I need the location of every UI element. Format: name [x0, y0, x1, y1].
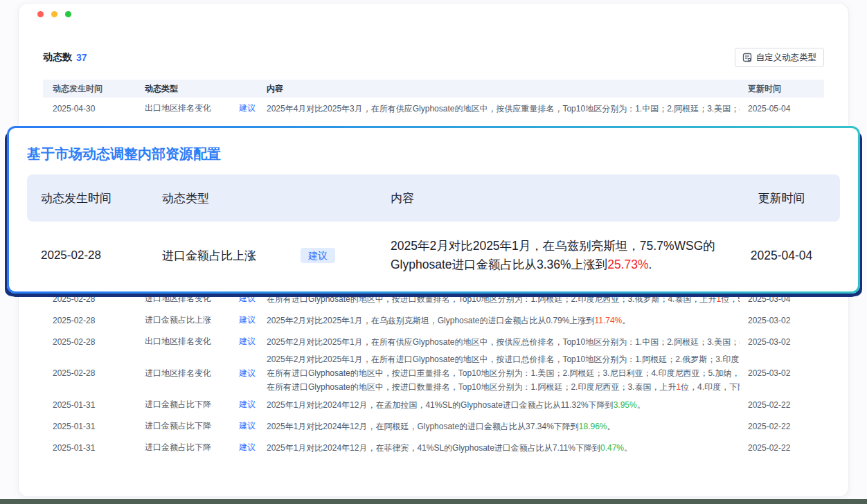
suggestion-badge: 建议: [239, 102, 256, 114]
content-text: 2025年2月对比2025年1月，在乌兹别亮斯坦，75.7%WSG的Glypho…: [391, 239, 715, 271]
content-text: 。: [624, 443, 632, 453]
content-text: 2025年2月对比2025年1月，在乌兹别克斯坦，Glyphosate的进口金额…: [267, 316, 594, 325]
row-type: 进口地区排名变化: [145, 293, 211, 305]
highlight-card-title: 基于市场动态调整内部资源配置: [27, 145, 840, 163]
row-updated: 2025-03-04: [748, 294, 814, 304]
content-line: 在所有进口Glyphosate的地区中，按进口重量排名，Top10地区分别为：1…: [267, 366, 740, 380]
minimize-window-button[interactable]: [51, 11, 57, 17]
row-updated: 2025-02-22: [748, 422, 814, 431]
footer-strip: [0, 499, 867, 504]
highlight-column-updated: 更新时间: [737, 190, 826, 206]
row-type: 出口地区排名变化: [145, 102, 211, 114]
table-row[interactable]: 2025-04-30出口地区排名变化建议2025年4月对比2025年3月，在所有…: [43, 98, 824, 119]
table-row[interactable]: 2025-01-31进口金额占比下降建议2025年1月对比2024年12月，在孟…: [43, 394, 824, 415]
toolbar: 动态数 37 自定义动态类型: [43, 47, 824, 68]
content-line: 在所有进口Glyphosate的地区中，按进口数量排名，Top10地区分别为：1…: [267, 380, 740, 394]
highlight-column-type: 动态类型: [162, 190, 391, 206]
table-row[interactable]: 2025-01-31进口金额占比下降建议2025年1月对比2024年12月，在阿…: [43, 415, 824, 437]
highlight-card: 基于市场动态调整内部资源配置 动态发生时间 动态类型 内容 更新时间 2025-…: [7, 126, 860, 294]
content-text: 2025年1月对比2024年12月，在阿根廷，Glyphosate的进口金额占比…: [267, 422, 579, 431]
content-line: 2025年1月对比2024年12月，在孟加拉国，41%SL的Glyphosate…: [267, 398, 740, 412]
row-date: 2025-02-28: [53, 316, 145, 325]
highlighted-value: 11.74%: [594, 316, 622, 325]
content-text: 位，5.印度，下降: [721, 294, 740, 304]
dynamics-count-value: 37: [76, 52, 87, 63]
highlight-row-date: 2025-02-28: [41, 249, 162, 262]
row-type: 进口金额占比下降: [145, 420, 211, 432]
content-text: 位，4.印度，下降: [681, 382, 740, 392]
row-type: 进口金额占比下降: [145, 399, 211, 411]
table-row[interactable]: 2025-02-28进口金额占比上涨建议2025年2月对比2025年1月，在乌兹…: [43, 309, 824, 331]
table-row[interactable]: 2025-02-28出口地区排名变化建议2025年2月对比2025年1月，在所有…: [43, 331, 824, 352]
maximize-window-button[interactable]: [65, 11, 71, 17]
highlighted-value: 25.73%: [607, 258, 648, 271]
highlight-row-updated: 2025-04-04: [737, 249, 826, 263]
content-text: 在所有进口Glyphosate的地区中，按进口数量排名，Top10地区分别为：1…: [267, 382, 676, 392]
row-type: 进口金额占比下降: [145, 442, 211, 453]
column-header-date: 动态发生时间: [53, 83, 145, 95]
content-text: 2025年4月对比2025年3月，在所有供应Glyphosate的地区中，按供应…: [267, 104, 740, 114]
content-text: 。: [622, 316, 630, 325]
row-updated: 2025-03-02: [748, 316, 814, 325]
content-text: 2025年1月对比2024年12月，在菲律宾，41%SL的Glyphosate进…: [267, 443, 600, 453]
suggestion-badge: 建议: [239, 399, 256, 411]
highlight-table-header: 动态发生时间 动态类型 内容 更新时间: [27, 174, 840, 222]
highlight-row-type: 进口金额占比上涨: [162, 248, 256, 264]
row-date: 2025-02-28: [53, 294, 145, 304]
row-type: 进口金额占比上涨: [145, 314, 211, 326]
column-header-type: 动态类型: [145, 83, 267, 95]
row-content: 2025年1月对比2024年12月，在孟加拉国，41%SL的Glyphosate…: [267, 398, 748, 412]
row-content: 2025年2月对比2025年1月，在所有进口Glyphosate的地区中，按进口…: [267, 352, 748, 394]
customize-button-label: 自定义动态类型: [756, 52, 817, 64]
suggestion-badge: 建议: [239, 442, 256, 453]
highlight-row-content: 2025年2月对比2025年1月，在乌兹别亮斯坦，75.7%WSG的Glypho…: [391, 237, 737, 274]
row-content: 2025年2月对比2025年1月，在乌兹别克斯坦，Glyphosate的进口金额…: [267, 314, 748, 327]
row-type: 出口地区排名变化: [145, 336, 211, 348]
suggestion-badge: 建议: [301, 248, 335, 263]
close-window-button[interactable]: [37, 11, 44, 17]
content-text: 。: [637, 400, 645, 410]
row-type: 进口地区排名变化: [145, 368, 211, 379]
row-content: 2025年1月对比2024年12月，在菲律宾，41%SL的Glyphosate进…: [267, 441, 748, 455]
content-text: 在所有进口Glyphosate的地区中，按进口数量排名，Top10地区分别为：1…: [267, 294, 716, 304]
content-text: 2025年1月对比2024年12月，在孟加拉国，41%SL的Glyphosate…: [267, 400, 614, 410]
content-line: 2025年2月对比2025年1月，在乌兹别克斯坦，Glyphosate的进口金额…: [267, 314, 740, 327]
row-content: 2025年4月对比2025年3月，在所有供应Glyphosate的地区中，按供应…: [267, 102, 748, 116]
row-updated: 2025-05-04: [748, 104, 814, 114]
content-line: 2025年1月对比2024年12月，在菲律宾，41%SL的Glyphosate进…: [267, 441, 740, 455]
highlighted-value: 3.95%: [614, 400, 637, 410]
table-header: 动态发生时间 动态类型 内容 更新时间: [43, 80, 824, 98]
content-line: 2025年2月对比2025年1月，在所有进口Glyphosate的地区中，按进口…: [267, 352, 740, 366]
highlight-row[interactable]: 2025-02-28 进口金额占比上涨 建议 2025年2月对比2025年1月，…: [27, 228, 840, 282]
row-date: 2025-02-28: [53, 337, 145, 347]
row-updated: 2025-02-22: [748, 443, 814, 453]
content-text: .: [649, 258, 652, 271]
row-updated: 2025-03-02: [748, 337, 814, 347]
row-date: 2025-01-31: [53, 443, 145, 453]
row-updated: 2025-02-22: [748, 400, 814, 410]
suggestion-badge: 建议: [239, 336, 256, 348]
table-row[interactable]: 2025-02-28进口地区排名变化建议2025年2月对比2025年1月，在所有…: [43, 352, 824, 394]
content-text: 。: [607, 422, 616, 431]
content-text: 2025年2月对比2025年1月，在所有供应Glyphosate的地区中，按供应…: [267, 337, 740, 347]
column-header-updated: 更新时间: [748, 83, 814, 95]
customize-dynamic-type-button[interactable]: 自定义动态类型: [735, 48, 825, 67]
column-header-content: 内容: [267, 83, 748, 95]
highlight-card-body: 基于市场动态调整内部资源配置 动态发生时间 动态类型 内容 更新时间 2025-…: [9, 128, 858, 291]
row-date: 2025-01-31: [53, 400, 145, 410]
suggestion-badge: 建议: [239, 420, 256, 432]
content-line: 在所有进口Glyphosate的地区中，按进口数量排名，Top10地区分别为：1…: [267, 292, 740, 306]
suggestion-badge: 建议: [239, 293, 256, 305]
content-line: 2025年2月对比2025年1月，在所有供应Glyphosate的地区中，按供应…: [267, 335, 740, 349]
suggestion-badge: 建议: [239, 314, 256, 326]
highlighted-value: 0.47%: [600, 443, 624, 453]
table-row[interactable]: 2025-01-31进口金额占比下降建议2025年1月对比2024年12月，在菲…: [43, 437, 824, 458]
suggestion-badge: 建议: [239, 368, 256, 379]
row-date: 2025-02-28: [53, 368, 145, 378]
row-content: 在所有进口Glyphosate的地区中，按进口数量排名，Top10地区分别为：1…: [267, 292, 748, 306]
row-content: 2025年2月对比2025年1月，在所有供应Glyphosate的地区中，按供应…: [267, 335, 748, 349]
customize-icon: [742, 53, 752, 62]
dynamics-count-label: 动态数: [43, 51, 72, 64]
content-line: 2025年4月对比2025年3月，在所有供应Glyphosate的地区中，按供应…: [267, 102, 740, 116]
content-line: 2025年1月对比2024年12月，在阿根廷，Glyphosate的进口金额占比…: [267, 420, 740, 433]
